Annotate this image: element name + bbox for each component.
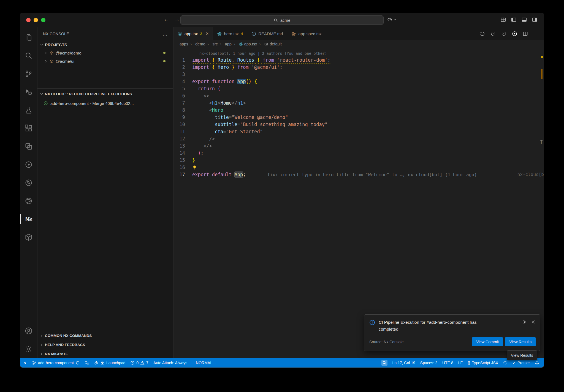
code-line[interactable]: 12 />: [173, 135, 544, 142]
notification-source: Source: Nx Console: [369, 340, 404, 344]
vscode-window: ← → acme N≥: [20, 13, 544, 368]
eol-indicator[interactable]: LF: [456, 358, 465, 368]
toggle-secondary-sidebar-icon[interactable]: [532, 17, 537, 22]
code-line[interactable]: 4export function App() {: [173, 78, 544, 85]
toggle-panel-icon[interactable]: [522, 17, 527, 22]
split-editor-icon[interactable]: [523, 31, 528, 36]
code-line[interactable]: 9 title="Welcome @acme/demo": [173, 114, 544, 121]
line-number: 6: [173, 92, 192, 99]
toggle-sidebar-icon[interactable]: [511, 17, 516, 22]
cube-icon[interactable]: [20, 228, 37, 246]
circle-search-icon[interactable]: [20, 174, 37, 192]
code-line[interactable]: 10 subtitle="Build something amazing tod…: [173, 121, 544, 128]
editor-windows-icon[interactable]: [20, 137, 37, 156]
pipeline-execution-item[interactable]: add-hero-component - Merge 409b4e4cb02..…: [37, 99, 173, 107]
code-line[interactable]: 5 return (: [173, 85, 544, 92]
customize-layout-icon[interactable]: [501, 17, 506, 22]
search-icon: [274, 18, 278, 22]
line-number: 8: [173, 107, 192, 114]
branch-indicator[interactable]: add-hero-component: [29, 358, 82, 368]
cursor-position-indicator[interactable]: Ln 17, Col 19: [390, 358, 418, 368]
section-common-nx-commands[interactable]: COMMON NX COMMANDS: [37, 331, 173, 340]
code-editor[interactable]: nx-cloud[bot], 1 hour ago | 2 authors (Y…: [173, 48, 544, 358]
code-line[interactable]: 13 </>: [173, 142, 544, 149]
breadcrumb-app-tsx[interactable]: app.tsx: [232, 42, 257, 46]
problems-indicator[interactable]: 0 7: [128, 358, 151, 368]
history-back-icon[interactable]: ←: [164, 16, 169, 23]
history-back-icon[interactable]: [480, 31, 485, 36]
settings-gear-icon[interactable]: [20, 340, 37, 358]
tab-hero-tsx[interactable]: hero.tsx 4: [213, 27, 247, 40]
explorer-icon[interactable]: [20, 28, 37, 47]
code-line[interactable]: 1import { Route, Routes } from 'react-ro…: [173, 56, 544, 64]
browser-swirl-icon[interactable]: [20, 192, 37, 210]
breadcrumb-app[interactable]: app: [218, 42, 232, 46]
breadcrumb-apps[interactable]: apps: [180, 42, 188, 46]
git-blame-lens[interactable]: nx-cloud[bot], 1 hour ago | 2 authors (Y…: [199, 50, 544, 56]
encoding-indicator[interactable]: UTF-8: [440, 358, 456, 368]
sidebar-more-icon[interactable]: …: [162, 31, 168, 37]
language-indicator[interactable]: {} TypeScript JSX: [465, 358, 501, 368]
breadcrumb-src[interactable]: src: [205, 42, 218, 46]
breadcrumb-default[interactable]: default: [257, 42, 281, 46]
close-icon[interactable]: [531, 320, 536, 324]
notification-message: CI Pipeline Execution for #add-hero-comp…: [379, 319, 497, 333]
history-forward-icon[interactable]: →: [174, 16, 180, 23]
testing-icon[interactable]: [20, 101, 37, 119]
branch-compare-indicator[interactable]: [82, 358, 92, 368]
tab-app-tsx[interactable]: app.tsx 3 ×: [173, 27, 213, 40]
circle-arrow-icon[interactable]: [501, 31, 506, 36]
circle-play-icon[interactable]: [20, 156, 37, 174]
warning-icon: [140, 361, 145, 365]
nx-cloud-section-header[interactable]: NX CLOUD :: RECENT CI PIPELINE EXECUTION…: [37, 89, 173, 99]
more-actions-icon[interactable]: …: [533, 31, 539, 37]
circle-arrow-icon[interactable]: [490, 31, 496, 36]
run-debug-icon[interactable]: [20, 83, 37, 101]
code-line[interactable]: 8 <Hero: [173, 107, 544, 114]
tab-app-spec-tsx[interactable]: app.spec.tsx: [287, 27, 326, 40]
code-line[interactable]: 14 );: [173, 149, 544, 157]
view-commit-button[interactable]: View Commit: [472, 337, 503, 346]
code-line[interactable]: 11 cta="Get Started": [173, 128, 544, 135]
command-center-search[interactable]: acme: [180, 15, 384, 25]
minimize-window-button[interactable]: [34, 18, 38, 22]
close-window-button[interactable]: [26, 18, 31, 22]
breadcrumb-demo[interactable]: demo: [188, 42, 205, 46]
error-icon: [130, 361, 135, 365]
code-line[interactable]: 6 <>: [173, 92, 544, 99]
account-icon[interactable]: [20, 322, 37, 340]
info-icon: [369, 320, 375, 325]
section-help-and-feedback[interactable]: HELP AND FEEDBACK: [37, 340, 173, 349]
source-control-icon[interactable]: [20, 65, 37, 83]
copilot-menu-button[interactable]: [387, 17, 396, 22]
editor-actions: …: [475, 27, 544, 40]
project-item-acme-ui[interactable]: @acme/ui: [37, 57, 173, 65]
project-item-acme-demo[interactable]: @acme/demo: [37, 49, 173, 57]
close-icon[interactable]: ×: [206, 31, 209, 36]
chevron-down-icon: [40, 92, 44, 96]
notification-settings-gear-icon[interactable]: [522, 320, 527, 324]
code-line[interactable]: 17export default App;fix: correct typo i…: [173, 171, 544, 178]
code-line[interactable]: 2import { Hero } from '@acme/ui';: [173, 64, 544, 71]
code-line[interactable]: 16: [173, 164, 544, 171]
section-nx-migrate[interactable]: NX MIGRATE: [37, 349, 173, 358]
launchpad-indicator[interactable]: Launchpad: [92, 358, 128, 368]
extensions-icon[interactable]: [20, 119, 37, 137]
lightbulb-icon[interactable]: [192, 165, 197, 170]
remote-indicator[interactable]: [20, 358, 29, 368]
code-line[interactable]: 7 <h1>Home</h1>: [173, 99, 544, 107]
nx-console-icon[interactable]: N≥: [20, 210, 37, 228]
tab-readme-md[interactable]: README.md: [247, 27, 287, 40]
code-line[interactable]: 15}: [173, 157, 544, 164]
zoom-indicator[interactable]: [379, 358, 390, 368]
auto-attach-indicator[interactable]: Auto Attach: Always: [151, 358, 190, 368]
maximize-window-button[interactable]: [41, 18, 45, 22]
view-results-button[interactable]: View Results: [505, 337, 536, 346]
line-number: 2: [173, 64, 192, 71]
code-line[interactable]: 3: [173, 71, 544, 78]
projects-section-header[interactable]: PROJECTS: [37, 40, 173, 49]
indentation-indicator[interactable]: Spaces: 2: [418, 358, 440, 368]
vim-mode-indicator[interactable]: -- NORMAL --: [190, 358, 218, 368]
run-file-icon[interactable]: [512, 31, 517, 36]
search-icon[interactable]: [20, 47, 37, 65]
